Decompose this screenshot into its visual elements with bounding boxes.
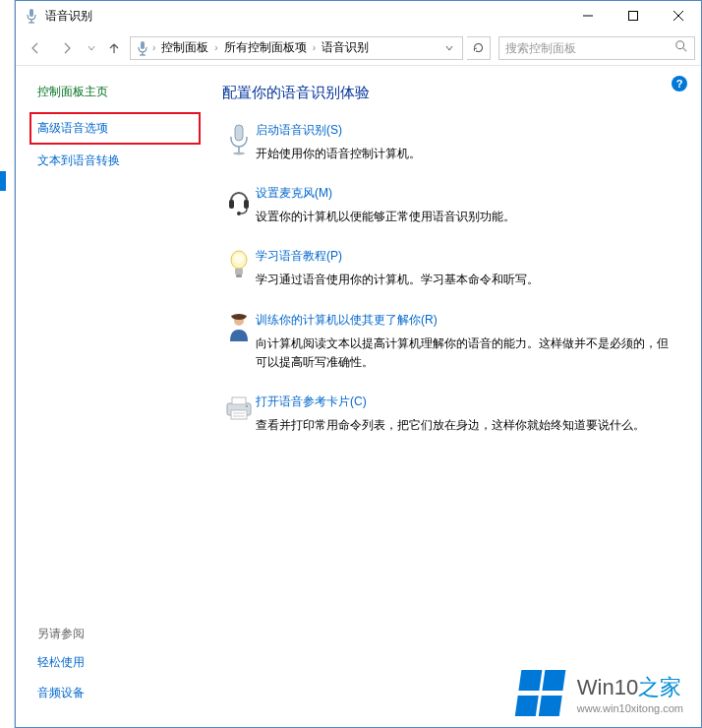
control-panel-window: 语音识别 › [15, 0, 702, 728]
up-button[interactable] [102, 34, 126, 62]
see-also-ease-of-access[interactable]: 轻松使用 [37, 654, 201, 671]
option-desc: 学习通过语音使用你的计算机。学习基本命令和听写。 [256, 271, 677, 289]
svg-line-11 [683, 48, 687, 52]
main-panel: ? 配置你的语音识别体验 启动语音识别(S) 开始使用你的语音控制计算机。 设置… [212, 66, 701, 727]
svg-rect-15 [229, 200, 234, 209]
svg-rect-20 [235, 269, 243, 274]
lightbulb-icon [222, 248, 256, 289]
breadcrumb-item[interactable]: 语音识别 [318, 39, 373, 56]
search-box[interactable] [498, 36, 695, 60]
recent-dropdown[interactable] [85, 34, 98, 62]
option-start-speech: 启动语音识别(S) 开始使用你的语音控制计算机。 [222, 122, 677, 163]
content-area: 控制面板主页 高级语音选项 文本到语音转换 另请参阅 轻松使用 音频设备 ? 配… [16, 66, 701, 727]
background-window-edge [0, 0, 15, 728]
option-desc: 设置你的计算机以便能够正常使用语音识别功能。 [256, 208, 677, 226]
watermark-brand: Win10之家 [577, 673, 683, 702]
option-reference-card: 打开语音参考卡片(C) 查看并打印常用命令列表，把它们放在身边，这样你就始终知道… [222, 394, 677, 435]
address-bar[interactable]: › 控制面板 › 所有控制面板项 › 语音识别 [130, 36, 463, 60]
breadcrumb-item[interactable]: 控制面板 [157, 39, 212, 56]
option-train: 训练你的计算机以使其更了解你(R) 向计算机阅读文本以提高计算机理解你的语音的能… [222, 312, 677, 372]
refresh-button[interactable] [467, 36, 491, 60]
svg-rect-0 [29, 9, 33, 17]
microphone-path-icon [135, 40, 150, 56]
address-dropdown[interactable] [440, 44, 458, 52]
svg-point-14 [233, 152, 245, 155]
breadcrumb-item[interactable]: 所有控制面板项 [220, 39, 311, 56]
option-desc: 查看并打印常用命令列表，把它们放在身边，这样你就始终知道要说什么。 [256, 416, 677, 435]
option-desc: 开始使用你的语音控制计算机。 [256, 145, 677, 163]
help-icon[interactable]: ? [672, 76, 687, 91]
option-tutorial: 学习语音教程(P) 学习通过语音使用你的计算机。学习基本命令和听写。 [222, 248, 677, 289]
forward-button[interactable] [53, 34, 81, 62]
control-panel-home-link[interactable]: 控制面板主页 [37, 84, 201, 100]
option-desc: 向计算机阅读文本以提高计算机理解你的语音的能力。这样做并不是必须的，但可以提高听… [256, 334, 677, 372]
maximize-button[interactable] [611, 1, 656, 30]
svg-rect-21 [236, 274, 242, 277]
svg-rect-12 [235, 125, 243, 141]
svg-point-28 [246, 405, 248, 407]
printer-icon [222, 394, 256, 435]
svg-rect-16 [244, 200, 249, 209]
option-link[interactable]: 学习语音教程(P) [256, 248, 677, 265]
window-title: 语音识别 [45, 8, 565, 25]
page-title: 配置你的语音识别体验 [222, 84, 677, 102]
chevron-right-icon[interactable]: › [152, 42, 155, 53]
navigation-bar: › 控制面板 › 所有控制面板项 › 语音识别 [16, 30, 701, 66]
chevron-right-icon[interactable]: › [313, 42, 316, 53]
person-icon [222, 312, 256, 372]
windows-logo-icon [514, 670, 568, 717]
microphone-icon [222, 122, 256, 163]
sidebar-link-advanced-speech[interactable]: 高级语音选项 [29, 112, 201, 145]
chevron-right-icon[interactable]: › [214, 42, 217, 53]
sidebar: 控制面板主页 高级语音选项 文本到语音转换 另请参阅 轻松使用 音频设备 [16, 66, 212, 727]
see-also-heading: 另请参阅 [37, 626, 201, 642]
option-link[interactable]: 设置麦克风(M) [256, 185, 677, 202]
svg-rect-4 [629, 12, 638, 21]
watermark-url: www.win10xitong.com [577, 702, 683, 714]
back-button[interactable] [22, 34, 49, 62]
svg-rect-7 [141, 41, 145, 49]
selection-indicator [0, 171, 6, 191]
option-setup-mic: 设置麦克风(M) 设置你的计算机以便能够正常使用语音识别功能。 [222, 185, 677, 226]
watermark: Win10之家 www.win10xitong.com [518, 670, 683, 717]
window-controls [565, 1, 701, 30]
svg-point-17 [237, 212, 241, 215]
headset-icon [222, 185, 256, 226]
search-icon[interactable] [674, 39, 688, 56]
svg-point-19 [234, 254, 244, 264]
svg-rect-24 [232, 397, 246, 404]
close-button[interactable] [656, 1, 701, 30]
titlebar: 语音识别 [16, 1, 701, 30]
see-also-audio-devices[interactable]: 音频设备 [37, 685, 201, 701]
minimize-button[interactable] [565, 1, 611, 30]
sidebar-link-text-to-speech[interactable]: 文本到语音转换 [37, 152, 201, 169]
svg-point-10 [676, 41, 684, 49]
option-link[interactable]: 打开语音参考卡片(C) [256, 394, 677, 410]
search-input[interactable] [505, 41, 674, 55]
svg-rect-25 [231, 410, 247, 419]
option-link[interactable]: 训练你的计算机以使其更了解你(R) [256, 312, 677, 329]
option-link[interactable]: 启动语音识别(S) [256, 122, 677, 139]
microphone-app-icon [24, 8, 39, 24]
